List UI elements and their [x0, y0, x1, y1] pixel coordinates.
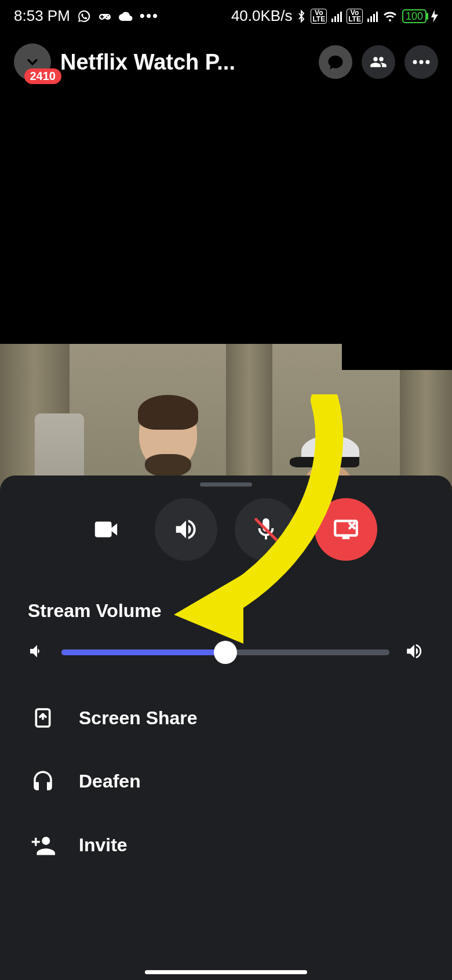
status-net-speed: 40.0KB/s — [231, 7, 293, 25]
voice-channel-header: 2410 Netflix Watch P... — [0, 32, 452, 85]
chat-bubble-icon — [327, 53, 344, 71]
svg-point-2 — [426, 60, 430, 64]
stop-stream-button[interactable] — [315, 498, 377, 561]
people-icon — [370, 53, 387, 71]
bluetooth-icon — [297, 9, 306, 23]
status-bar: 8:53 PM ••• 40.0KB/s VoLTE VoLTE 100 — [0, 0, 452, 32]
volume-high-icon — [404, 641, 424, 663]
stream-volume-label: Stream Volume — [28, 600, 424, 622]
stream-volume-section: Stream Volume — [0, 578, 452, 669]
collapse-button[interactable]: 2410 — [14, 43, 51, 81]
game-controller-icon — [98, 9, 112, 23]
deafen-label: Deafen — [79, 771, 141, 792]
svg-point-1 — [420, 60, 424, 64]
screen-share-label: Screen Share — [79, 707, 198, 729]
sheet-drag-handle[interactable] — [200, 482, 252, 487]
mic-off-icon — [253, 516, 279, 543]
audio-output-button[interactable] — [155, 498, 217, 561]
status-time: 8:53 PM — [14, 7, 70, 25]
charging-icon — [431, 10, 438, 23]
screen-share-option[interactable]: Screen Share — [28, 687, 424, 749]
call-controls-row — [0, 498, 452, 561]
mentions-badge: 2410 — [24, 68, 62, 84]
chat-button[interactable] — [319, 45, 352, 79]
more-options-button[interactable] — [404, 45, 438, 79]
deafen-option[interactable]: Deafen — [28, 749, 424, 813]
video-camera-icon — [93, 516, 119, 543]
cloud-icon — [119, 10, 133, 22]
signal-bars-icon-2 — [367, 10, 378, 22]
svg-point-0 — [413, 60, 417, 64]
battery-icon: 100 — [402, 9, 427, 23]
headphones-icon — [28, 769, 58, 793]
chevron-down-icon — [24, 54, 41, 70]
invite-option[interactable]: Invite — [28, 813, 424, 877]
more-dots-icon: ••• — [140, 7, 159, 25]
screen-share-icon — [28, 706, 58, 729]
screen-stop-icon — [331, 515, 360, 544]
more-horizontal-icon — [413, 60, 430, 64]
home-indicator[interactable] — [145, 970, 307, 974]
volte-badge-1: VoLTE — [311, 9, 327, 24]
invite-user-icon — [28, 833, 58, 857]
invite-label: Invite — [79, 834, 127, 856]
camera-toggle-button[interactable] — [75, 498, 137, 561]
members-button[interactable] — [362, 45, 395, 79]
mic-mute-button[interactable] — [235, 498, 297, 561]
stream-volume-slider[interactable] — [61, 649, 389, 655]
whatsapp-icon — [77, 9, 91, 23]
volume-low-icon — [28, 642, 46, 663]
speaker-icon — [173, 516, 199, 543]
call-options-list: Screen Share Deafen Invite — [0, 669, 452, 877]
volte-badge-2: VoLTE — [347, 9, 363, 24]
signal-bars-icon — [331, 10, 342, 22]
wifi-icon — [382, 10, 398, 23]
call-controls-sheet: Stream Volume Screen Share Deafe — [0, 476, 452, 980]
channel-title: Netflix Watch P... — [60, 50, 309, 75]
